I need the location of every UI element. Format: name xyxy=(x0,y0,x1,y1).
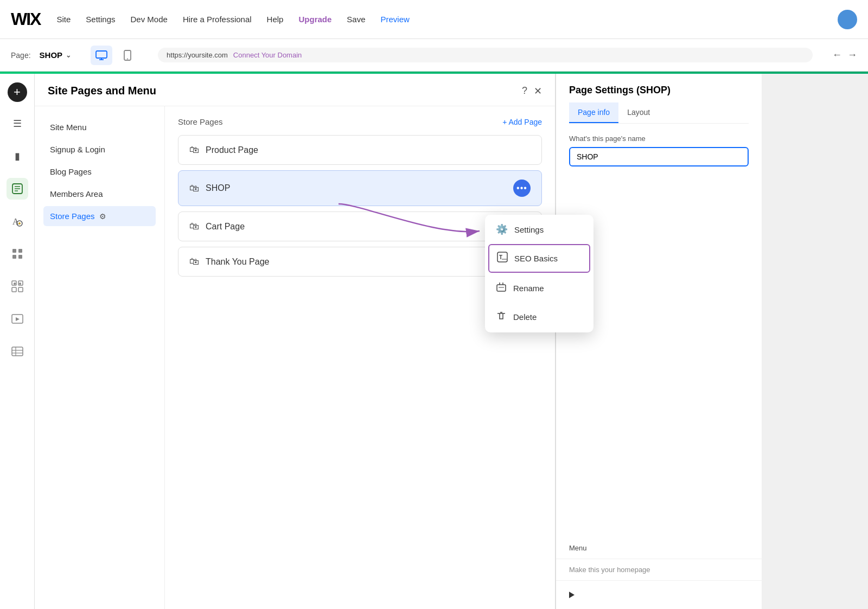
store-pages-list: Store Pages + Add Page 🛍 Product Page 🛍 … xyxy=(165,106,555,609)
page-label: Page: xyxy=(11,51,31,60)
svg-point-11 xyxy=(18,222,21,225)
device-icons xyxy=(91,46,138,65)
shop-page-item[interactable]: 🛍 SHOP ••• xyxy=(178,170,542,206)
svg-rect-15 xyxy=(18,255,22,259)
nav-save[interactable]: Save xyxy=(347,15,365,24)
store-pages-gear-icon[interactable]: ⚙ xyxy=(99,212,106,221)
rename-icon xyxy=(496,281,507,295)
url-bar: https://yoursite.com Connect Your Domain xyxy=(158,48,813,62)
expand-icon[interactable] xyxy=(569,592,575,598)
layout-icon[interactable]: ▮ xyxy=(7,145,28,167)
connect-domain-link[interactable]: Connect Your Domain xyxy=(233,51,302,59)
add-page-button[interactable]: + Add Page xyxy=(502,118,542,126)
page-selector[interactable]: SHOP ⌄ xyxy=(40,50,72,60)
site-pages-panel: Site Pages and Menu ? ✕ Site Menu Signup… xyxy=(35,74,556,609)
svg-rect-13 xyxy=(18,249,22,253)
svg-rect-18 xyxy=(12,287,16,292)
avatar[interactable] xyxy=(838,10,857,29)
svg-point-20 xyxy=(14,283,16,285)
panel-title: Site Pages and Menu xyxy=(48,85,156,97)
main-layout: + ☰ ▮ A xyxy=(0,74,868,609)
context-menu: ⚙️ Settings T SEO Basics xyxy=(485,215,593,332)
desktop-view-button[interactable] xyxy=(91,46,112,65)
bag-icon-2: 🛍 xyxy=(189,183,199,194)
panel-content: Site Menu Signup & Login Blog Pages Memb… xyxy=(35,106,555,609)
menu-row: Menu xyxy=(556,537,762,559)
add-icon[interactable]: + xyxy=(8,82,27,102)
pages-icon[interactable] xyxy=(7,178,28,200)
nav-site[interactable]: Site xyxy=(56,15,71,24)
settings-header: Page Settings (SHOP) Page info Layout xyxy=(556,74,762,124)
nav-blog-pages[interactable]: Blog Pages xyxy=(43,162,156,182)
nav-preview[interactable]: Preview xyxy=(381,15,410,24)
cart-page-label: Cart Page xyxy=(206,222,245,232)
panel-header: Site Pages and Menu ? ✕ xyxy=(35,74,555,106)
page-bar: Page: SHOP ⌄ https://yoursite.com Connec… xyxy=(0,39,868,72)
context-delete-label: Delete xyxy=(513,312,537,322)
nav-upgrade[interactable]: Upgrade xyxy=(298,15,331,24)
tab-layout[interactable]: Layout xyxy=(618,102,659,123)
svg-rect-14 xyxy=(12,255,16,259)
layers-icon[interactable]: ☰ xyxy=(7,113,28,134)
nav-help[interactable]: Help xyxy=(267,15,284,24)
integrations-icon[interactable] xyxy=(7,275,28,297)
settings-icon: ⚙️ xyxy=(496,223,508,235)
nav-devmode[interactable]: Dev Mode xyxy=(131,15,168,24)
svg-point-4 xyxy=(127,58,128,59)
page-name-input[interactable] xyxy=(569,147,749,166)
mobile-view-button[interactable] xyxy=(117,46,138,65)
settings-tabs: Page info Layout xyxy=(569,102,749,124)
top-navigation: WIX Site Settings Dev Mode Hire a Profes… xyxy=(0,0,868,39)
nav-items: Site Settings Dev Mode Hire a Profession… xyxy=(56,15,838,24)
forward-button[interactable]: → xyxy=(847,49,857,61)
pages-navigation: Site Menu Signup & Login Blog Pages Memb… xyxy=(35,106,165,609)
more-options-button[interactable]: ••• xyxy=(513,180,531,197)
nav-hire[interactable]: Hire a Professional xyxy=(183,15,252,24)
page-name-label: What's this page's name xyxy=(569,134,749,143)
bag-icon-3: 🛍 xyxy=(189,221,199,232)
svg-rect-0 xyxy=(96,51,107,58)
url-text: https://yoursite.com xyxy=(167,51,228,59)
bag-icon-4: 🛍 xyxy=(189,256,199,267)
context-seo-label: SEO Basics xyxy=(514,254,558,263)
svg-rect-19 xyxy=(18,287,23,292)
apps-icon[interactable] xyxy=(7,243,28,265)
close-button[interactable]: ✕ xyxy=(534,85,542,97)
context-settings[interactable]: ⚙️ Settings xyxy=(486,216,592,243)
nav-site-menu[interactable]: Site Menu xyxy=(43,117,156,137)
seo-icon: T xyxy=(497,252,508,265)
settings-title: Page Settings (SHOP) xyxy=(569,85,749,96)
table-icon[interactable] xyxy=(7,341,28,362)
bag-icon: 🛍 xyxy=(189,144,199,156)
media-icon[interactable] xyxy=(7,308,28,330)
store-pages-title: Store Pages xyxy=(178,117,223,126)
tab-page-info[interactable]: Page info xyxy=(569,102,618,123)
product-page-item[interactable]: 🛍 Product Page xyxy=(178,135,542,165)
context-settings-label: Settings xyxy=(514,225,544,234)
wix-logo: WIX xyxy=(11,9,40,29)
svg-rect-12 xyxy=(12,249,16,253)
svg-rect-32 xyxy=(497,285,506,291)
product-page-label: Product Page xyxy=(206,145,258,155)
delete-icon xyxy=(496,310,507,324)
mobile-icon xyxy=(124,50,131,61)
context-seo-basics[interactable]: T SEO Basics xyxy=(488,244,590,273)
nav-store-pages[interactable]: Store Pages ⚙ xyxy=(43,206,156,226)
context-delete[interactable]: Delete xyxy=(486,303,592,331)
text-icon[interactable]: A xyxy=(7,210,28,232)
shop-page-label: SHOP xyxy=(206,183,230,193)
nav-signup-login[interactable]: Signup & Login xyxy=(43,139,156,159)
left-sidebar: + ☰ ▮ A xyxy=(0,74,35,609)
chevron-down-icon: ⌄ xyxy=(66,52,71,59)
nav-members-area[interactable]: Members Area xyxy=(43,184,156,204)
desktop-icon xyxy=(95,50,107,60)
more-dots-icon: ••• xyxy=(516,183,527,193)
help-button[interactable]: ? xyxy=(522,85,527,97)
back-button[interactable]: ← xyxy=(832,49,842,61)
svg-point-21 xyxy=(19,283,21,285)
context-rename[interactable]: Rename xyxy=(486,274,592,303)
svg-marker-23 xyxy=(16,317,20,321)
nav-settings[interactable]: Settings xyxy=(86,15,115,24)
panel-actions: ? ✕ xyxy=(522,85,542,97)
current-page-name: SHOP xyxy=(40,50,63,60)
